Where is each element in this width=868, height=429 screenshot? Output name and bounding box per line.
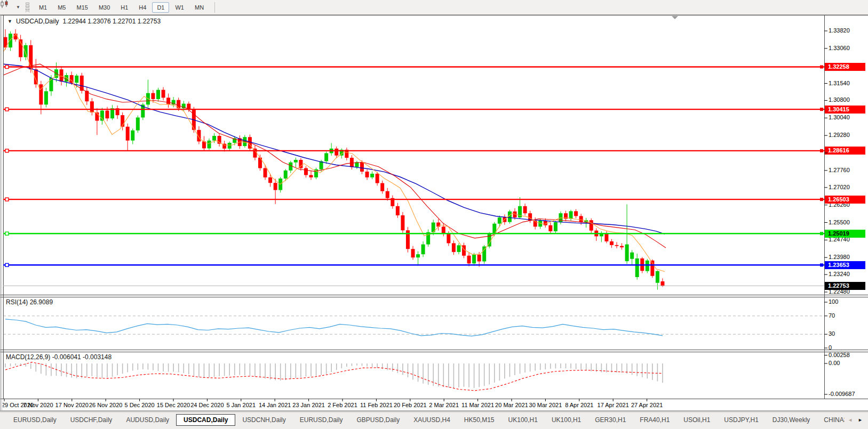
symbol-tab-china300-h1[interactable]: CHINA300,H1	[817, 414, 845, 426]
candle	[131, 131, 134, 141]
candle	[360, 162, 364, 172]
candle	[660, 281, 664, 286]
symbol-tab-ger30-h1[interactable]: GER30,H1	[588, 414, 633, 426]
timeframe-button-M30[interactable]: M30	[94, 2, 115, 13]
macd-signal-line	[5, 362, 663, 391]
candle	[100, 111, 104, 121]
candle	[467, 256, 471, 264]
candle	[294, 160, 298, 163]
symbol-tab-uk100-h1[interactable]: UK100,H1	[501, 414, 545, 426]
timeframe-button-H4[interactable]: H4	[134, 2, 151, 13]
candle	[411, 249, 415, 257]
candle	[309, 175, 313, 177]
candle	[44, 91, 48, 104]
candle	[482, 246, 486, 261]
candle	[620, 246, 624, 248]
candle	[646, 261, 649, 271]
tab-scroll-arrows: ◄ ►	[845, 413, 868, 427]
candle	[447, 234, 450, 244]
timeframe-button-M5[interactable]: M5	[53, 2, 70, 13]
candle	[228, 143, 232, 149]
candle	[24, 45, 28, 57]
candle	[574, 211, 578, 216]
chart-canvas[interactable]	[0, 0, 868, 429]
candle	[258, 158, 262, 168]
candle	[472, 255, 476, 263]
timeframe-button-M15[interactable]: M15	[71, 2, 92, 13]
candle	[324, 153, 328, 161]
timeframe-toolbar: ▼ M1M5M15M30H1H4D1W1MN	[0, 0, 868, 15]
candle	[151, 93, 155, 99]
symbol-tab-usdcad-daily[interactable]: USDCAD,Daily	[176, 414, 235, 426]
timeframe-button-H1[interactable]: H1	[116, 2, 133, 13]
timeframe-button-M1[interactable]: M1	[34, 2, 52, 13]
symbol-tab-dj30-weekly[interactable]: DJ30,Weekly	[766, 414, 817, 426]
candle	[548, 225, 552, 231]
timeframe-button-W1[interactable]: W1	[170, 2, 189, 13]
candle	[554, 222, 558, 231]
metatrader-window: { "toolbar": { "chart_type_icon": "candl…	[0, 0, 868, 429]
candle	[380, 183, 384, 191]
candle	[401, 215, 404, 230]
candle	[268, 177, 272, 183]
symbol-tab-usdchf-daily[interactable]: USDCHF,Daily	[63, 414, 120, 426]
symbol-tab-usdjpy-h1[interactable]: USDJPY,H1	[717, 414, 765, 426]
candle	[635, 258, 639, 277]
symbol-tab-audusd-daily[interactable]: AUDUSD,Daily	[119, 414, 176, 426]
candle	[477, 255, 481, 262]
candle	[156, 90, 160, 99]
candle	[457, 245, 460, 252]
chart-ohlc: 1.22944 1.23076 1.22701 1.22753	[63, 18, 161, 25]
candle	[421, 245, 425, 255]
symbol-tab-xauusd-h4[interactable]: XAUUSD,H4	[407, 414, 457, 426]
rsi-label: RSI(14) 26.9089	[6, 298, 53, 306]
symbol-dropdown-icon[interactable]: ▼	[7, 19, 12, 24]
candlestick-chart-icon[interactable]	[3, 3, 15, 12]
candle	[284, 171, 288, 179]
candle	[304, 168, 308, 175]
candle	[630, 253, 634, 259]
candle	[70, 75, 74, 83]
symbol-tab-eurusd-daily[interactable]: EURUSD,Daily	[6, 414, 63, 426]
symbol-tab-usdcnh-daily[interactable]: USDCNH,Daily	[235, 414, 292, 426]
chart-symbol: USDCAD,Daily	[16, 18, 59, 25]
tabs-scroll-right-icon[interactable]: ►	[858, 417, 863, 423]
candle	[126, 127, 130, 141]
candle	[335, 149, 338, 156]
symbol-tab-gbpusd-daily[interactable]: GBPUSD,Daily	[349, 414, 407, 426]
candle	[75, 76, 78, 83]
candle	[264, 168, 267, 177]
candle	[442, 226, 445, 233]
candle	[136, 117, 140, 130]
candle	[80, 76, 84, 91]
candle	[386, 191, 389, 198]
candle	[579, 216, 583, 222]
chart-title: ▼ USDCAD,Daily 1.22944 1.23076 1.22701 1…	[7, 18, 161, 25]
candle	[162, 90, 165, 98]
candle	[416, 254, 420, 257]
symbol-tab-fra40-h1[interactable]: FRA40,H1	[633, 414, 676, 426]
candle	[590, 220, 593, 230]
macd-label: MACD(12,26,9) -0.006041 -0.003148	[6, 353, 112, 361]
symbol-tab-uk100-h1[interactable]: UK100,H1	[545, 414, 588, 426]
candle	[569, 211, 573, 218]
candle	[90, 101, 94, 112]
toolbar-grip[interactable]	[26, 3, 29, 12]
symbol-tab-eurusd-daily[interactable]: EURUSD,Daily	[293, 414, 350, 426]
candle	[498, 217, 501, 224]
rsi-line	[5, 319, 663, 336]
timeframe-buttons: M1M5M15M30H1H4D1W1MN	[34, 0, 209, 14]
symbol-tab-usoil-h1[interactable]: USOil,H1	[676, 414, 717, 426]
symbol-tabs: EURUSD,DailyUSDCHF,DailyAUDUSD,DailyUSDC…	[0, 413, 845, 427]
timeframe-button-MN[interactable]: MN	[190, 2, 209, 13]
candle	[436, 223, 440, 227]
timeframe-button-D1[interactable]: D1	[152, 2, 169, 13]
symbol-tab-hk50-m15[interactable]: HK50,M15	[457, 414, 501, 426]
candle	[197, 130, 201, 142]
candle	[625, 245, 629, 262]
candle	[508, 212, 512, 222]
chevron-down-icon[interactable]: ▼	[16, 5, 20, 10]
candle	[370, 174, 374, 177]
candle	[274, 183, 277, 190]
tabs-scroll-left-icon[interactable]: ◄	[848, 417, 853, 423]
